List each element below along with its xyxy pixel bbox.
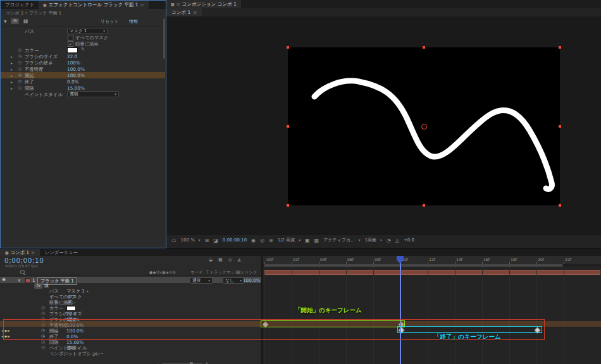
composition-viewport[interactable] [166,16,601,235]
panel-menu-icon[interactable]: ≡ [140,3,144,8]
composite-options-buttons[interactable]: ＋ － [94,351,104,357]
tl-row-all-masks[interactable]: すべてのマスク オフ [0,294,261,300]
opacity-value[interactable]: 100.0% [66,322,84,328]
resolution-menu[interactable]: 1/2 画質 ▾ [278,237,300,243]
start-value[interactable]: 100.0% [66,328,84,334]
keyframe-diamond[interactable] [398,327,404,334]
keyframe-navigator[interactable]: ◀◆▶ [1,329,11,332]
scrollbar[interactable] [163,18,165,59]
snapshot-icon[interactable]: ◉ [251,238,256,243]
always-preview-icon[interactable]: ▭ [171,238,177,243]
viewer-tab-comp1[interactable]: コンポ 1 ≡ [166,8,202,16]
keyframe-diamond[interactable] [263,322,268,328]
selection-handle[interactable] [423,46,425,49]
twirl-open-icon[interactable]: ▼ [18,278,21,282]
keyframe-diamond[interactable] [534,327,540,334]
eye-icon[interactable]: ◉ [2,277,6,282]
path-dropdown[interactable]: マスク 1 ▾ [67,28,108,34]
tl-row-effect-group[interactable]: fx 線 [0,282,261,288]
tl-row-brush-size[interactable]: ◷ ブラシのサイズ 22.0 [0,311,261,317]
tl-row-composite-options[interactable]: コンポジットオプション ＋ － [0,351,261,356]
ec-row-spacing[interactable]: ▸ ◷ 間隔 15.00% [1,85,165,91]
twirl-closed-icon[interactable]: ▸ [11,80,13,84]
ec-row-brush-hardness[interactable]: ▸ ◷ ブラシの硬さ 100% [1,59,165,66]
ec-row-start[interactable]: ▸ ◷ 開始 100.0% [1,72,165,78]
tl-row-spacing[interactable]: ◷ 間隔 15.00% [0,339,261,345]
stopwatch-active-icon[interactable]: ◷ [41,328,45,333]
show-channels-icon[interactable]: ⊕ [269,238,273,243]
tl-row-end[interactable]: ◀◆▶ ◷ 終了 0.0% [0,334,261,339]
tab-composition[interactable]: ■ ≡ コンポジション コンポ 1 [166,0,241,8]
preview-time-display[interactable]: 0;00;00;10 [223,238,247,243]
twirl-open-icon[interactable]: ▼ [4,19,7,23]
tab-project[interactable]: プロジェクト [1,1,39,9]
twirl-closed-icon[interactable]: ▸ [11,86,13,90]
twirl-closed-icon[interactable]: ▸ [11,54,13,59]
twirl-closed-icon[interactable]: ▸ [11,61,13,65]
end-value[interactable]: 0.0% [67,79,79,85]
tl-row-color[interactable]: ◷ カラー [0,305,261,311]
brush-size-value[interactable]: 22.0 [67,54,77,59]
keyframe-navigator[interactable]: ◀◆▶ [1,334,11,338]
magnification-menu[interactable]: 100 % ▾ [181,238,201,243]
camera-view-menu[interactable]: アクティブカ... ▾ [323,237,360,243]
ec-row-end[interactable]: ▸ ◷ 終了 0.0% [1,78,165,85]
stopwatch-icon[interactable]: ◷ [18,66,22,71]
timeline-zoom-control[interactable]: ▲ ▲ [157,361,209,364]
eyedropper-icon[interactable]: ✎ [81,47,85,52]
column-parent[interactable]: 親とリンク [237,270,257,276]
stopwatch-icon[interactable]: ◷ [18,47,22,52]
opacity-value[interactable]: 100.0% [67,66,85,72]
region-of-interest-icon[interactable]: ▣ [305,238,310,243]
timeline-tracks[interactable] [263,267,601,364]
ec-row-paint-style[interactable]: ペイントスタイル 透明 ▾ [1,91,165,97]
layer-duration-bar[interactable] [264,270,600,275]
current-time-display[interactable]: 0;00;00;10 [4,257,44,264]
ec-row-path[interactable]: パス マスク 1 ▾ [1,28,165,34]
effect-reset-button[interactable]: リセット [101,18,119,25]
panel-menu-icon[interactable]: ≡ [177,2,180,7]
effect-about-button[interactable]: 情報 [129,18,138,25]
stopwatch-icon[interactable]: ◷ [41,322,45,327]
exposure-value[interactable]: +0.0 [404,238,414,243]
grid-guides-icon[interactable]: ⊞ [205,238,209,243]
ec-row-brush-size[interactable]: ▸ ◷ ブラシのサイズ 22.0 [1,53,165,59]
composition-frame[interactable] [288,47,560,205]
stopwatch-active-icon[interactable]: ◷ [18,79,22,84]
tl-row-stroke-sequentially[interactable]: 順番に描画 オン [0,300,261,305]
stopwatch-icon[interactable]: ◷ [18,85,22,90]
tab-timeline-comp1[interactable]: ■ コンポ 1 ≡ [0,249,40,256]
fx-enabled-icon[interactable]: fx [11,18,19,24]
stopwatch-icon[interactable]: ◷ [18,60,22,65]
tab-render-queue[interactable]: レンダーキュー [40,249,83,256]
color-swatch[interactable] [67,47,78,53]
all-masks-checkbox[interactable] [68,35,73,40]
pixel-aspect-icon[interactable]: ◔ [387,238,391,243]
spacing-value[interactable]: 15.00% [66,339,84,345]
transparency-grid-icon[interactable]: ▦ [314,238,319,243]
ec-row-opacity[interactable]: ▸ ◷ 不透明度 100.0% [1,66,165,72]
twirl-closed-icon[interactable]: ▸ [11,73,13,78]
brush-size-value[interactable]: 22.0 [66,311,77,317]
twirl-closed-icon[interactable]: ▸ [11,67,13,71]
ec-row-all-masks[interactable]: すべてのマスク [1,34,165,40]
paint-style-dropdown[interactable]: 透明 ▾ [67,91,119,97]
panel-menu-icon[interactable]: ≡ [31,250,35,255]
spacing-value[interactable]: 15.00% [67,85,85,91]
selection-handle[interactable] [423,204,425,207]
timeline-pane-divider[interactable] [261,256,263,364]
tl-row-path[interactable]: パス マスク 1▾ [0,288,261,294]
time-ruler[interactable]: :00f02f04f06f08f10f12f14f16f18f20f22f [263,256,601,265]
ec-row-stroke-sequentially[interactable]: ✓ 順番に描画 [1,40,165,47]
brush-hardness-value[interactable]: 100% [66,317,80,322]
stopwatch-icon[interactable]: ◷ [41,305,45,310]
selection-handle[interactable] [559,125,561,128]
stroke-sequentially-checkbox[interactable]: ✓ [68,41,73,47]
tl-row-start[interactable]: ◀◆▶ ◷ 開始 100.0% [0,328,261,334]
column-mode[interactable]: モード [190,270,202,276]
stopwatch-icon[interactable]: ◷ [18,54,22,59]
anchor-point-icon[interactable] [421,124,427,130]
viewer-menu-icon[interactable]: ≡ [193,10,197,15]
tl-row-paint-style[interactable]: ◷ ペイントスタイル 透明▾ [0,345,261,351]
zoom-in-mountain-icon[interactable]: ▲ [205,361,209,364]
